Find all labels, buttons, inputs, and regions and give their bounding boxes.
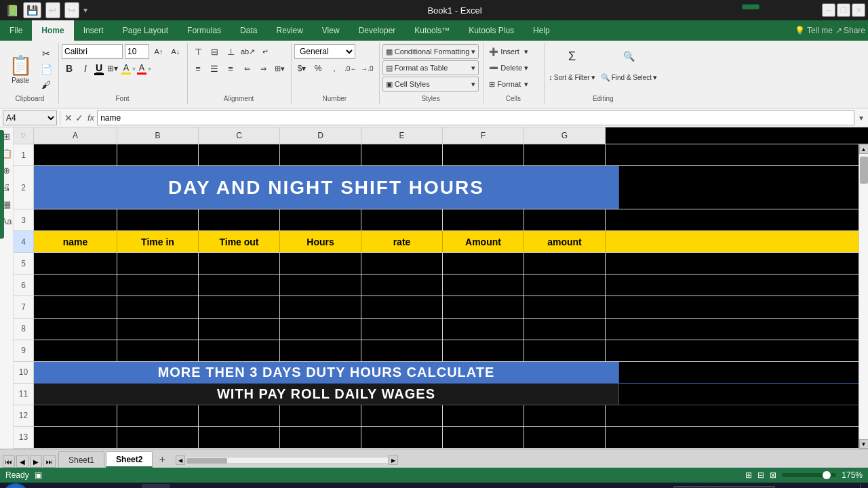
cell-name-ahmed[interactable]: ahmed — [34, 274, 117, 296]
cell-timein-ahmed[interactable]: 10:00 — [117, 274, 199, 296]
tab-home[interactable]: Home — [32, 20, 73, 41]
cell-amount-ali[interactable]: 160 — [443, 253, 524, 274]
cell-g3[interactable] — [524, 209, 606, 230]
copy-button[interactable]: 📄 — [38, 62, 54, 77]
font-name-input[interactable] — [62, 44, 123, 59]
header-rate[interactable]: rate — [361, 231, 443, 252]
header-time-out[interactable]: Time out — [199, 231, 280, 252]
cell-c13[interactable] — [199, 427, 280, 448]
cell-timeout-ali[interactable]: 17:00 — [199, 253, 280, 274]
tab-file[interactable]: File — [0, 20, 32, 41]
border-button[interactable]: ⊞▾ — [105, 61, 120, 76]
autosum-btn[interactable]: Σ — [560, 44, 585, 68]
taskbar-wmp-icon[interactable]: ▶️ — [86, 484, 112, 488]
insert-cells-btn[interactable]: ➕ Insert ▾ — [486, 44, 531, 59]
cell-d12[interactable] — [280, 405, 361, 426]
taskbar-chrome-icon[interactable]: 🌐 — [114, 484, 140, 488]
conditional-formatting-btn[interactable]: ▦ Conditional Formatting ▾ — [382, 44, 479, 59]
undo-btn[interactable]: ↩ — [45, 2, 60, 18]
font-size-input[interactable] — [125, 44, 149, 59]
tab-kutools[interactable]: Kutools™ — [405, 20, 459, 41]
col-header-e[interactable]: E — [361, 127, 443, 144]
scroll-thumb-h[interactable] — [186, 458, 227, 464]
align-middle-btn[interactable]: ⊟ — [207, 44, 222, 59]
cell-amount-waseem[interactable]: 400 — [443, 340, 524, 361]
percent-btn[interactable]: % — [311, 61, 326, 76]
col-header-c[interactable]: C — [199, 127, 280, 144]
row-num-2[interactable]: 2 — [14, 166, 33, 209]
restore-btn[interactable]: ❐ — [837, 3, 850, 17]
taskbar-excel-icon[interactable]: 📊 — [142, 484, 170, 488]
cell-a3[interactable] — [34, 209, 117, 230]
redo-btn[interactable]: ↪ — [64, 2, 79, 18]
show-desktop-btn[interactable] — [860, 484, 865, 488]
find-select-btn[interactable]: 🔍 Find & Select ▾ — [599, 70, 658, 85]
add-sheet-btn[interactable]: + — [154, 451, 170, 468]
format-cells-btn[interactable]: ⊞ Format ▾ — [486, 77, 531, 92]
cell-amount2-waseem[interactable]: 960 — [524, 340, 606, 361]
sheet-tab-sheet2[interactable]: Sheet2 — [106, 451, 153, 468]
cell-c3[interactable] — [199, 209, 280, 230]
row-num-1[interactable]: 1 — [14, 144, 33, 166]
cell-timeout-ahmed[interactable]: 16:00 — [199, 274, 280, 296]
cell-timeout-farhan[interactable]: 18:00 — [199, 296, 280, 317]
cell-amount2-imran[interactable]: 2720 — [524, 319, 606, 340]
col-header-g[interactable]: G — [524, 127, 606, 144]
fill-btn[interactable]: 🔍 — [616, 44, 641, 68]
cell-d3[interactable] — [280, 209, 361, 230]
row-num-6[interactable]: 6 — [14, 274, 33, 296]
sheet-nav-first-btn[interactable]: ⏮ — [3, 455, 15, 468]
row-num-7[interactable]: 7 — [14, 296, 33, 318]
currency-btn[interactable]: $▾ — [294, 61, 309, 76]
number-format-dropdown[interactable]: General Number Currency — [294, 44, 355, 59]
sheet-nav-next-btn[interactable]: ▶ — [30, 455, 42, 468]
cell-rate-ahmed[interactable]: 10 — [361, 274, 443, 296]
cell-c1[interactable] — [199, 144, 280, 165]
paste-button[interactable]: 📋 Paste — [5, 49, 35, 89]
cell-amount2-ahmed[interactable]: 0 — [524, 274, 606, 296]
sheet-tab-sheet1[interactable]: Sheet1 — [58, 451, 104, 468]
italic-button[interactable]: I — [78, 61, 93, 76]
cell-d13[interactable] — [280, 427, 361, 448]
cell-e1[interactable] — [361, 144, 443, 165]
row-num-10[interactable]: 10 — [14, 362, 33, 384]
tab-formulas[interactable]: Formulas — [178, 20, 231, 41]
row-num-9[interactable]: 9 — [14, 340, 33, 362]
cut-button[interactable]: ✂ — [38, 46, 54, 61]
cell-hours-waseem[interactable]: 16:00 — [280, 340, 361, 361]
scroll-thumb-v[interactable] — [860, 157, 868, 184]
view-break-btn[interactable]: ⊠ — [770, 470, 776, 480]
scroll-right-btn[interactable]: ▶ — [389, 455, 398, 465]
scroll-down-btn[interactable]: ▼ — [859, 439, 869, 449]
cell-amount2-ali[interactable]: 640 — [524, 253, 606, 274]
font-color-button[interactable]: A — [137, 63, 146, 75]
cell-rate-farhan[interactable]: 15 — [361, 296, 443, 317]
font-size-decrease-btn[interactable]: A↓ — [168, 44, 183, 59]
cell-g12[interactable] — [524, 405, 606, 426]
cell-b12[interactable] — [117, 405, 199, 426]
merged-title-cell[interactable]: DAY AND NIGHT SHIFT HOURS — [34, 166, 619, 209]
cell-f1[interactable] — [443, 144, 524, 165]
increase-indent-btn[interactable]: ⇒ — [256, 61, 271, 76]
cell-f12[interactable] — [443, 405, 524, 426]
start-button[interactable]: ⊞ — [3, 483, 28, 488]
header-amount[interactable]: Amount — [443, 231, 524, 252]
cell-amount2-farhan[interactable]: 100 — [524, 296, 606, 317]
header-hours[interactable]: Hours — [280, 231, 361, 252]
tab-page-layout[interactable]: Page Layout — [113, 20, 178, 41]
cell-b13[interactable] — [117, 427, 199, 448]
cell-rate-waseem[interactable]: 25 — [361, 340, 443, 361]
align-left-btn[interactable]: ≡ — [191, 61, 205, 76]
cell-rate-imran[interactable]: 8 — [361, 319, 443, 340]
cell-d1[interactable] — [280, 144, 361, 165]
col-header-a[interactable]: A — [34, 127, 117, 144]
align-right-btn[interactable]: ≡ — [223, 61, 238, 76]
zoom-thumb[interactable] — [823, 471, 831, 479]
cell-e13[interactable] — [361, 427, 443, 448]
cell-c12[interactable] — [199, 405, 280, 426]
view-normal-btn[interactable]: ⊞ — [745, 470, 752, 480]
bold-button[interactable]: B — [62, 61, 77, 76]
cell-hours-ahmed[interactable]: 6:00 — [280, 274, 361, 296]
increase-decimal-btn[interactable]: →.0 — [359, 61, 374, 76]
black-banner-cell[interactable]: WITH PAY ROLL DAILY WAGES — [34, 384, 619, 405]
